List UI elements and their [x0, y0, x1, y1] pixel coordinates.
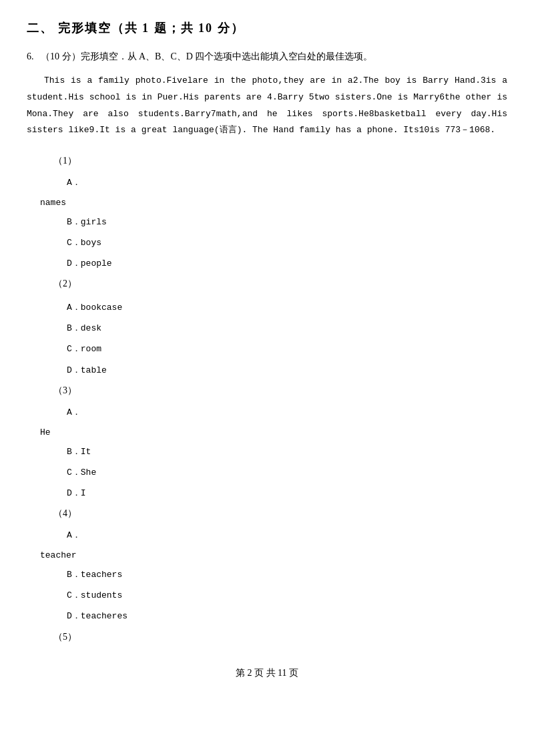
sub-question-1: （1）	[53, 151, 507, 172]
option-2-b: B．desk	[67, 318, 507, 339]
question-number: 6.	[27, 51, 34, 61]
option-4-a: A．	[67, 527, 507, 544]
option-2-a: A．bookcase	[67, 297, 507, 318]
option-3-a: A．	[67, 404, 507, 421]
option-3-b: B．It	[67, 441, 507, 462]
sub-question-2: （2）	[53, 274, 507, 295]
option-3-d: D．I	[67, 483, 507, 504]
option-4-b: B．teachers	[67, 564, 507, 585]
word-names: names	[40, 194, 507, 212]
sub-question-4: （4）	[53, 504, 507, 524]
option-1-c: C．boys	[67, 232, 507, 253]
option-2-d: D．table	[67, 360, 507, 381]
question-header: 6. （10 分）完形填空．从 A、B、C、D 四个选项中选出能填入空白处的最佳…	[27, 48, 507, 65]
passage: This is a family photo.Fivelare in the p…	[27, 73, 507, 139]
question-intro: （10 分）完形填空．从 A、B、C、D 四个选项中选出能填入空白处的最佳选项。	[41, 51, 372, 61]
option-4-c: C．students	[67, 585, 507, 606]
option-2-c: C．room	[67, 339, 507, 359]
option-1-b: B．girls	[67, 212, 507, 232]
section-container: 二、 完形填空（共 1 题；共 10 分） 6. （10 分）完形填空．从 A、…	[27, 20, 507, 679]
option-4-d: D．teacheres	[67, 606, 507, 626]
option-3-c: C．She	[67, 462, 507, 483]
word-he: He	[40, 424, 507, 441]
option-1-a: A．	[67, 174, 507, 192]
section-title: 二、 完形填空（共 1 题；共 10 分）	[27, 20, 507, 36]
option-1-d: D．people	[67, 253, 507, 274]
page-footer: 第 2 页 共 11 页	[27, 667, 507, 679]
sub-question-3: （3）	[53, 381, 507, 401]
word-teacher: teacher	[40, 547, 507, 564]
sub-question-5: （5）	[53, 627, 507, 648]
